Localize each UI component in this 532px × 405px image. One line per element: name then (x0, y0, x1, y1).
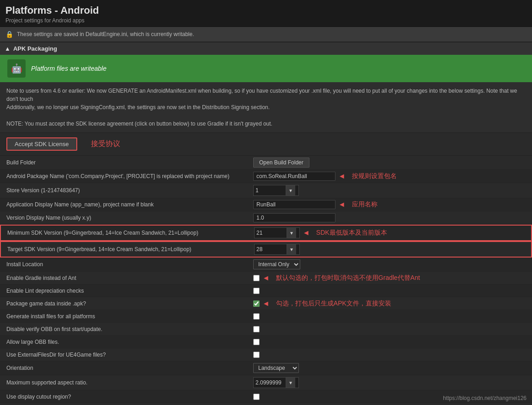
footer-url: https://blog.csdn.net/zhangmei126 (443, 395, 527, 401)
checkbox[interactable] (253, 313, 260, 320)
setting-label: Disable verify OBB on first start/update… (6, 326, 253, 332)
setting-control: ▼ (253, 185, 526, 196)
checkbox[interactable] (253, 275, 260, 281)
note-text-1: Note to users from 4.6 or earlier: We no… (6, 88, 517, 102)
info-bar-text: These settings are saved in DefaultEngin… (17, 31, 194, 37)
setting-control: LandscapePortraitAuto (253, 363, 526, 373)
annotation-text: 默认勾选的，打包时取消勾选不使用Gradle代替Ant (276, 274, 420, 282)
lock-icon: 🔒 (5, 31, 13, 38)
spinner-input[interactable]: ▼ (254, 244, 300, 255)
table-row: Generate install files for all platforms (0, 310, 532, 323)
info-bar: 🔒 These settings are saved in DefaultEng… (0, 27, 532, 42)
setting-control: ▼ (254, 244, 525, 255)
arrow-icon: ◄ (262, 274, 270, 282)
setting-control (253, 326, 526, 332)
checkbox[interactable] (253, 300, 260, 307)
spinner-down-button[interactable]: ▼ (287, 244, 296, 254)
accept-sdk-row: Accept SDK License 接受协议 (0, 133, 532, 156)
setting-label: Build Folder (6, 159, 253, 166)
setting-control (253, 352, 526, 358)
spinner-value[interactable] (254, 379, 286, 387)
note-text-3: NOTE: You must accept the SDK license ag… (6, 121, 272, 127)
checkbox[interactable] (253, 288, 260, 294)
setting-label: Use display cutout region? (6, 394, 253, 400)
note-box: Note to users from 4.6 or earlier: We no… (0, 82, 532, 133)
table-row: Version Display Name (usually x.y) (0, 211, 532, 225)
checkbox[interactable] (253, 339, 260, 345)
section-header: ▲ APK Packaging (0, 42, 532, 55)
open-build-folder-button[interactable]: Open Build Folder (253, 158, 309, 168)
setting-label: Enable Lint depreciation checks (6, 288, 253, 294)
table-row: Enable Gradle instead of Ant◄默认勾选的，打包时取消… (0, 272, 532, 284)
checkbox[interactable] (253, 394, 260, 400)
header: Platforms - Android Project settings for… (0, 0, 532, 27)
text-field[interactable] (253, 213, 335, 222)
setting-label: Maximum supported aspect ratio. (6, 379, 253, 386)
setting-control (253, 213, 526, 222)
table-row: Build FolderOpen Build Folder (0, 156, 532, 170)
setting-control (253, 288, 526, 294)
spinner-input[interactable]: ▼ (254, 227, 300, 238)
annotation-text: 应用名称 (352, 200, 378, 209)
spinner-value[interactable] (254, 186, 286, 195)
android-icon: 🤖 (7, 59, 26, 78)
spinner-down-button[interactable]: ▼ (287, 228, 296, 238)
table-row: Application Display Name (app_name), pro… (0, 198, 532, 211)
setting-label: Orientation (6, 365, 253, 371)
note-text-2: Additionally, we no longer use SigningCo… (6, 104, 270, 110)
table-row: OrientationLandscapePortraitAuto (0, 361, 532, 375)
setting-label: Target SDK Version (9=Gingerbread, 14=Ic… (7, 246, 254, 252)
accept-sdk-button[interactable]: Accept SDK License (6, 137, 77, 151)
text-field[interactable] (253, 172, 335, 181)
setting-label: Generate install files for all platforms (6, 313, 253, 320)
table-row: Target SDK Version (9=Gingerbread, 14=Ic… (0, 241, 532, 258)
page-title: Platforms - Android (5, 5, 527, 16)
setting-control: ◄应用名称 (253, 200, 526, 209)
spinner-down-button[interactable]: ▼ (286, 185, 295, 195)
checkbox[interactable] (253, 326, 260, 332)
setting-label: Allow large OBB files. (6, 339, 253, 345)
setting-control: ◄勾选，打包后只生成APK文件，直接安装 (253, 300, 526, 308)
table-row: Maximum supported aspect ratio.▼ (0, 375, 532, 390)
page-subtitle: Project settings for Android apps (5, 17, 527, 24)
annotation-text: 按规则设置包名 (352, 172, 397, 180)
setting-control: ◄默认勾选的，打包时取消勾选不使用Gradle代替Ant (253, 274, 526, 282)
annotation-text: 勾选，打包后只生成APK文件，直接安装 (276, 300, 391, 308)
annotation-text: SDK最低版本及当前版本 (316, 229, 387, 237)
arrow-icon: ◄ (262, 300, 270, 308)
accept-annotation: 接受协议 (91, 139, 120, 149)
spinner-value[interactable] (255, 229, 287, 237)
spinner-down-button[interactable]: ▼ (286, 378, 295, 388)
settings-table: Build FolderOpen Build FolderAndroid Pac… (0, 156, 532, 405)
setting-label: Package game data inside .apk? (6, 300, 253, 307)
setting-label: Version Display Name (usually x.y) (6, 215, 253, 221)
green-banner-text: Platform files are writeable (31, 65, 106, 72)
table-row: Allow large OBB files. (0, 336, 532, 348)
table-row: Use ExternalFilesDir for UE4Game files? (0, 348, 532, 361)
table-row: Package game data inside .apk?◄勾选，打包后只生成… (0, 297, 532, 310)
spinner-value[interactable] (255, 245, 287, 253)
spinner-input[interactable]: ▼ (253, 185, 299, 196)
checkbox[interactable] (253, 352, 260, 358)
table-row: Store Version (1-2147483647)▼ (0, 183, 532, 198)
setting-label: Enable Gradle instead of Ant (6, 275, 253, 281)
section-label: APK Packaging (13, 45, 57, 52)
table-row: Android Package Name ('com.Company.Proje… (0, 170, 532, 183)
setting-label: Install Location (6, 261, 253, 268)
arrow-icon: ◄ (338, 172, 346, 180)
setting-control: Open Build Folder (253, 158, 526, 168)
spinner-input[interactable]: ▼ (253, 377, 299, 388)
text-field[interactable] (253, 200, 335, 209)
table-row: Ant VerbosityQuietNormalVerbose (0, 403, 532, 405)
setting-control: ▼◄SDK最低版本及当前版本 (254, 227, 525, 238)
table-row: Enable Lint depreciation checks (0, 284, 532, 297)
setting-label: Use ExternalFilesDir for UE4Game files? (6, 352, 253, 358)
setting-control (253, 339, 526, 345)
dropdown[interactable]: LandscapePortraitAuto (253, 363, 299, 373)
setting-label: Android Package Name ('com.Company.Proje… (6, 173, 253, 179)
setting-control: ◄按规则设置包名 (253, 172, 526, 181)
setting-label: Minimum SDK Version (9=Gingerbread, 14=I… (7, 230, 254, 236)
green-banner: 🤖 Platform files are writeable (0, 55, 532, 82)
dropdown[interactable]: Internal OnlyExternalAuto (253, 259, 300, 269)
setting-label: Application Display Name (app_name), pro… (6, 201, 253, 208)
